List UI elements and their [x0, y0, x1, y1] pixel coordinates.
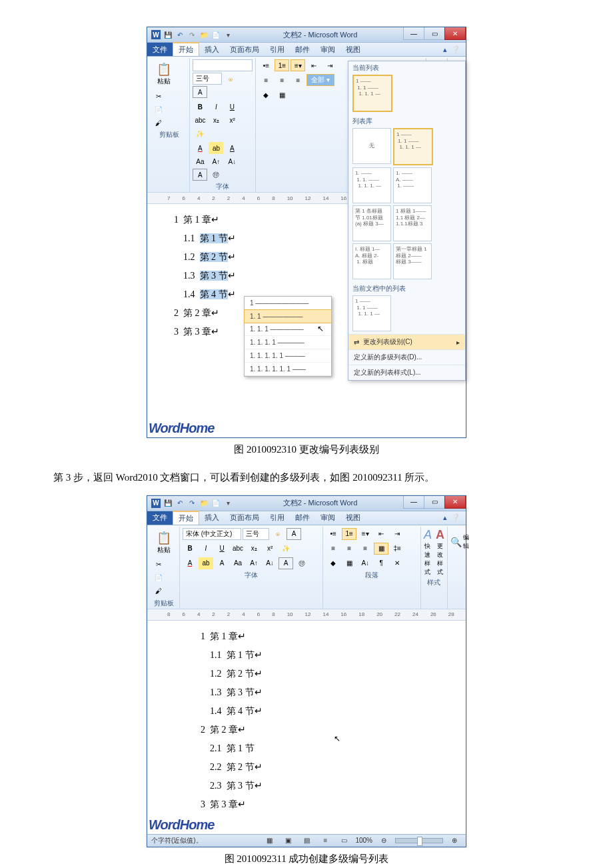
doc-line[interactable]: 1.1 第 1 节↵	[201, 646, 446, 665]
list-level-option[interactable]: 1. 1. 1. 1. 1. 1 ——	[245, 363, 331, 376]
font-color-icon[interactable]: A	[183, 557, 197, 569]
tab-layout[interactable]: 页面布局	[225, 43, 265, 56]
superscript-button[interactable]: x²	[263, 543, 277, 555]
doc-line[interactable]: 2.2 第 2 节↵	[201, 758, 446, 777]
horizontal-ruler[interactable]: 8642 2468 10121416 18202224 26283032 34	[147, 609, 466, 621]
help-icon[interactable]: ❔	[451, 45, 460, 54]
tab-insert[interactable]: 插入	[199, 511, 225, 525]
list-swatch[interactable]: 1 标题 1—— 1.1 标题 2— 1.1.1标题 3	[393, 205, 432, 241]
phonetic-icon[interactable]: A	[287, 528, 301, 540]
grow-font-icon[interactable]: A↑	[247, 557, 261, 569]
redo-icon[interactable]: ↷	[187, 30, 197, 39]
save-icon[interactable]: 💾	[163, 30, 173, 39]
change-case-icon[interactable]: Aa	[231, 557, 245, 569]
text-effects-icon[interactable]: ✨	[279, 543, 293, 555]
list-level-option[interactable]: 1. 1. 1. 1. 1 ———	[245, 349, 331, 363]
list-swatch[interactable]: 1. —— A. —— 1. ——	[393, 167, 432, 203]
format-painter-icon[interactable]: 🖌	[151, 117, 166, 129]
tab-layout[interactable]: 页面布局	[225, 511, 265, 525]
zoom-out-button[interactable]: ⊖	[376, 835, 391, 847]
show-marks-icon[interactable]: ¶	[374, 557, 388, 569]
doc-line[interactable]: 1.4 第 4 节↵	[201, 702, 446, 721]
list-swatch-current[interactable]: 1 —— 1. 1 —— 1. 1. 1 —	[352, 75, 392, 112]
view-print-layout-icon[interactable]: ▦	[262, 835, 277, 847]
char-shading-icon[interactable]: A	[215, 557, 229, 569]
change-list-level-menu[interactable]: ⇄ 更改列表级别(C) ▸	[348, 334, 465, 349]
borders-icon[interactable]: ▦	[275, 89, 289, 101]
undo-icon[interactable]: ↶	[175, 499, 185, 508]
list-swatch[interactable]: 第一章标题 1 标题 2—— 标题 3——	[393, 243, 432, 279]
define-new-multilevel-menu[interactable]: 定义新的多级列表(D)...	[348, 349, 465, 365]
tab-view[interactable]: 视图	[340, 43, 366, 56]
minimize-button[interactable]: —	[403, 496, 424, 509]
clear-format-icon[interactable]: ⍟	[223, 73, 238, 85]
close-button[interactable]: ✕	[444, 496, 466, 509]
view-fullscreen-icon[interactable]: ▣	[281, 835, 295, 847]
align-center-icon[interactable]: ≡	[342, 543, 356, 555]
strikethrough-button[interactable]: abc	[193, 114, 207, 126]
tab-home[interactable]: 开始	[173, 511, 199, 525]
copy-icon[interactable]: 📄	[151, 572, 166, 584]
paste-button[interactable]: 📋 粘贴	[151, 528, 177, 557]
special-icon[interactable]: ✕	[390, 557, 404, 569]
font-size-box[interactable]: 三号	[243, 528, 269, 540]
align-left-icon[interactable]: ≡	[326, 543, 340, 555]
define-new-list-style-menu[interactable]: 定义新的列表样式(L)...	[348, 365, 465, 380]
shrink-font-icon[interactable]: A↓	[225, 155, 239, 167]
underline-button[interactable]: U	[215, 543, 229, 555]
underline-button[interactable]: U	[225, 101, 239, 113]
tab-mailings[interactable]: 邮件	[290, 511, 315, 525]
cut-icon[interactable]: ✂	[151, 559, 166, 571]
numbering-icon[interactable]: 1≡	[275, 59, 289, 71]
tab-insert[interactable]: 插入	[199, 43, 225, 56]
highlight-icon[interactable]: ab	[209, 142, 223, 154]
superscript-button[interactable]: x²	[225, 114, 240, 126]
bold-button[interactable]: B	[193, 101, 207, 113]
minimize-ribbon-icon[interactable]: ▴	[443, 45, 447, 54]
list-swatch[interactable]: I. 标题 1— A. 标题 2- 1. 标题	[352, 243, 391, 279]
quick-styles-icon[interactable]: A	[424, 528, 432, 542]
doc-line[interactable]: 3 第 3 章↵	[201, 795, 446, 814]
doc-line[interactable]: 2 第 2 章↵	[201, 721, 446, 739]
increase-indent-icon[interactable]: ⇥	[322, 59, 337, 71]
folder-icon[interactable]: 📁	[199, 30, 209, 39]
view-web-icon[interactable]: ▤	[299, 835, 314, 847]
paste-button[interactable]: 📋 粘贴	[151, 59, 177, 89]
strikethrough-button[interactable]: abc	[231, 543, 245, 555]
subscript-button[interactable]: x₂	[209, 114, 224, 126]
bullets-icon[interactable]: •≡	[259, 59, 273, 71]
new-icon[interactable]: 📄	[211, 499, 221, 508]
change-case-icon[interactable]: Aa	[193, 155, 207, 167]
align-right-icon[interactable]: ≡	[358, 543, 372, 555]
tab-mailings[interactable]: 邮件	[290, 43, 315, 56]
phonetic-icon[interactable]: A	[193, 86, 207, 98]
tab-review[interactable]: 审阅	[315, 511, 340, 525]
qat-more-icon[interactable]: ▾	[223, 499, 233, 508]
bullets-icon[interactable]: •≡	[326, 528, 340, 540]
minimize-button[interactable]: —	[403, 27, 424, 40]
multilevel-list-icon[interactable]: ≡▾	[358, 528, 372, 540]
char-border-icon[interactable]: A	[279, 557, 293, 569]
clear-format-icon[interactable]: ⍟	[271, 528, 285, 540]
undo-icon[interactable]: ↶	[175, 30, 185, 39]
list-swatch[interactable]: 1. —— 1. 1. —— 1. 1. 1. —	[352, 167, 391, 203]
list-swatch[interactable]: 第 1 条标题 节 1.01标题 (a) 标题 3—	[352, 205, 391, 241]
tab-file[interactable]: 文件	[147, 43, 173, 56]
font-color-icon[interactable]: A	[193, 142, 207, 154]
qat-more-icon[interactable]: ▾	[223, 30, 233, 39]
decrease-indent-icon[interactable]: ⇤	[374, 528, 388, 540]
cut-icon[interactable]: ✂	[151, 90, 166, 102]
help-icon[interactable]: ❔	[451, 513, 460, 522]
align-left-icon[interactable]: ≡	[259, 74, 273, 86]
list-swatch[interactable]: 1 —— 1. 1 —— 1. 1. 1 —	[393, 128, 433, 165]
tab-home[interactable]: 开始	[173, 42, 199, 56]
document-area[interactable]: 1 第 1 章↵ 1.1 第 1 节↵ 1.2 第 2 节↵ 1.3 第 3 节…	[147, 621, 466, 834]
close-button[interactable]: ✕	[444, 27, 466, 40]
tab-view[interactable]: 视图	[340, 511, 366, 525]
numbering-icon[interactable]: 1≡	[342, 528, 356, 540]
char-shading-icon[interactable]: A	[225, 142, 239, 154]
list-swatch[interactable]: 1 —— 1. 1 —— 1. 1. 1 —	[352, 295, 391, 331]
view-outline-icon[interactable]: ≡	[318, 835, 332, 847]
view-draft-icon[interactable]: ▭	[336, 835, 351, 847]
tab-references[interactable]: 引用	[265, 511, 290, 525]
